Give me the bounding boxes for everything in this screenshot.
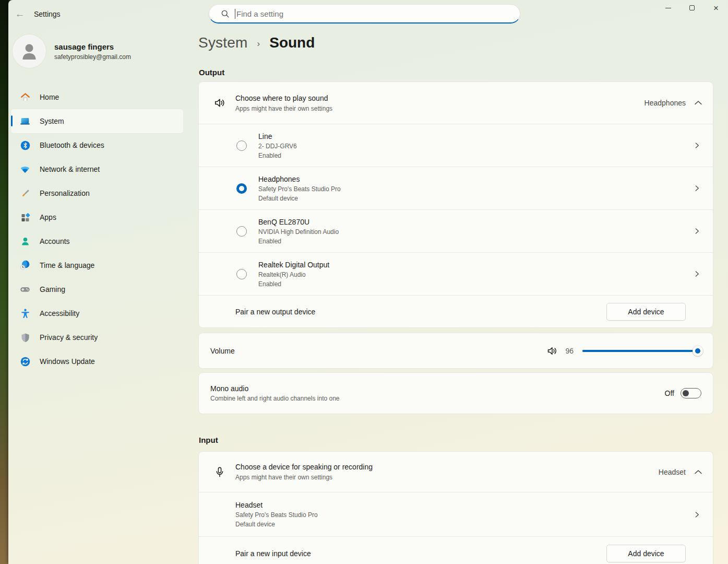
bluetooth-icon (19, 139, 31, 151)
chevron-right-icon[interactable] (694, 511, 700, 518)
back-button[interactable]: ← (11, 6, 28, 22)
volume-card: Volume 96 (198, 333, 713, 369)
speaker-icon (213, 96, 226, 110)
search-box[interactable] (209, 4, 520, 24)
radio-button[interactable] (236, 269, 247, 279)
pair-input-row: Pair a new input device Add device (199, 536, 713, 564)
close-icon: × (713, 4, 719, 13)
sidebar-item-system[interactable]: System (11, 109, 183, 133)
device-name: BenQ EL2870U (258, 218, 694, 226)
sidebar-item-network-internet[interactable]: Network & internet (11, 157, 183, 181)
output-device-row-benq[interactable]: BenQ EL2870U NVIDIA High Definition Audi… (199, 209, 713, 252)
output-device-row-realtek[interactable]: Realtek Digital Output Realtek(R) Audio … (199, 252, 713, 295)
sidebar-item-label: Personalization (40, 189, 90, 197)
device-detail: Realtek(R) Audio (258, 271, 694, 278)
sidebar-item-accessibility[interactable]: Accessibility (11, 301, 183, 325)
user-name: sausage fingers (54, 42, 131, 51)
sidebar-item-personalization[interactable]: Personalization (11, 181, 183, 205)
gaming-icon (19, 284, 31, 295)
output-section-label: Output (199, 68, 224, 77)
sidebar-item-label: Bluetooth & devices (40, 141, 104, 149)
sidebar-item-gaming[interactable]: Gaming (11, 277, 183, 301)
toggle-knob (683, 390, 689, 396)
device-detail: NVIDIA High Definition Audio (258, 228, 694, 236)
volume-slider[interactable] (582, 346, 702, 356)
chevron-right-icon[interactable] (694, 228, 700, 234)
pair-output-label: Pair a new output device (235, 308, 606, 316)
input-device-card: Choose a device for speaking or recordin… (198, 451, 713, 564)
add-input-device-button[interactable]: Add device (606, 545, 686, 562)
sidebar-item-home[interactable]: Home (11, 85, 183, 109)
time-language-icon (19, 260, 31, 271)
window-caption-buttons: × (656, 0, 728, 16)
chevron-right-icon[interactable] (694, 185, 700, 192)
personalization-icon (19, 187, 31, 199)
mono-toggle-state: Off (665, 389, 674, 397)
sidebar-item-label: Privacy & security (40, 333, 98, 342)
volume-slider-handle[interactable] (693, 346, 703, 356)
chevron-right-icon[interactable] (694, 271, 700, 277)
accounts-icon (19, 236, 31, 247)
sidebar-item-label: Gaming (40, 285, 65, 293)
sidebar-item-time-language[interactable]: Time & language (11, 253, 183, 277)
search-input[interactable] (236, 9, 512, 18)
radio-button[interactable] (236, 140, 247, 151)
breadcrumb-system[interactable]: System (198, 34, 248, 51)
add-output-device-button[interactable]: Add device (606, 303, 686, 321)
pair-output-row: Pair a new output device Add device (199, 295, 713, 328)
device-status: Enabled (258, 280, 694, 288)
sidebar-item-apps[interactable]: Apps (11, 205, 183, 229)
mono-audio-card: Mono audio Combine left and right audio … (198, 372, 713, 414)
network-icon (19, 163, 31, 175)
pair-input-label: Pair a new input device (235, 549, 606, 558)
device-status: Default device (235, 521, 694, 528)
input-expander-subtitle: Apps might have their own settings (235, 474, 659, 481)
volume-speaker-icon[interactable] (546, 345, 558, 357)
volume-slider-fill (582, 350, 698, 352)
output-expander-header[interactable]: Choose where to play sound Apps might ha… (199, 82, 713, 124)
windows-update-icon (19, 356, 31, 367)
close-button[interactable]: × (704, 0, 728, 16)
sidebar-item-bluetooth-devices[interactable]: Bluetooth & devices (11, 133, 183, 157)
maximize-button[interactable] (680, 0, 704, 16)
text-caret (235, 9, 235, 19)
privacy-shield-icon (19, 332, 31, 343)
device-name: Headset (235, 501, 694, 509)
sidebar-item-label: Windows Update (40, 357, 95, 366)
mono-audio-subtitle: Combine left and right audio channels in… (210, 395, 665, 402)
sidebar-item-label: Network & internet (40, 165, 100, 173)
device-status: Default device (258, 195, 694, 202)
radio-button[interactable] (236, 183, 247, 194)
radio-button[interactable] (236, 226, 247, 237)
volume-value: 96 (565, 347, 574, 355)
sidebar-item-windows-update[interactable]: Windows Update (11, 349, 183, 373)
device-detail: Safety Pro's Beats Studio Pro (235, 511, 694, 519)
sidebar-item-privacy-security[interactable]: Privacy & security (11, 325, 183, 349)
output-device-row-headphones[interactable]: Headphones Safety Pro's Beats Studio Pro… (199, 167, 713, 209)
output-device-row-line[interactable]: Line 2- DDJ-GRV6 Enabled (199, 124, 713, 167)
chevron-up-icon[interactable] (694, 100, 702, 105)
input-expander-header[interactable]: Choose a device for speaking or recordin… (199, 452, 713, 492)
input-device-row-headset[interactable]: Headset Safety Pro's Beats Studio Pro De… (199, 492, 713, 536)
sidebar-item-accounts[interactable]: Accounts (11, 229, 183, 253)
device-status: Enabled (258, 152, 694, 159)
sidebar-item-label: System (40, 117, 64, 125)
sidebar-item-label: Apps (40, 213, 56, 221)
sidebar-item-label: Time & language (40, 261, 94, 269)
search-icon (221, 9, 230, 18)
maximize-icon (689, 5, 695, 10)
device-name: Line (258, 132, 694, 140)
system-icon (19, 115, 31, 127)
breadcrumb-chevron-icon: › (257, 39, 260, 49)
input-expander-title: Choose a device for speaking or recordin… (235, 463, 659, 471)
home-icon (19, 91, 31, 103)
mono-audio-title: Mono audio (210, 384, 665, 393)
chevron-right-icon[interactable] (694, 142, 700, 149)
microphone-icon (213, 465, 226, 479)
minimize-button[interactable] (656, 0, 680, 16)
user-email: safetyprosibley@gmail.com (54, 53, 131, 61)
avatar (13, 34, 46, 68)
mono-audio-toggle[interactable] (681, 388, 701, 398)
chevron-up-icon[interactable] (694, 469, 702, 475)
user-profile[interactable]: sausage fingers safetyprosibley@gmail.co… (13, 34, 185, 68)
